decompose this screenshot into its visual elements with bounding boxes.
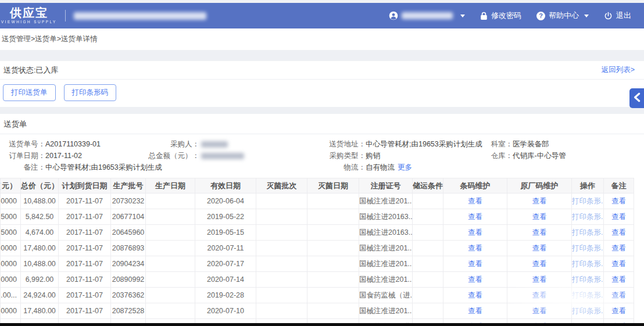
cell-sterilization-batch	[256, 256, 307, 272]
cell-production-date	[146, 303, 195, 319]
barcode-maintenance-link[interactable]: 查看	[468, 213, 482, 221]
operation-link[interactable]: 打印条形...	[572, 213, 604, 221]
barcode-maintenance-link[interactable]: 查看	[468, 260, 482, 268]
operation-link[interactable]: 打印条形...	[572, 244, 604, 252]
total-amount-value-redacted	[201, 153, 244, 159]
cell-factory-code-maintenance: 查看	[507, 225, 572, 241]
remark-link[interactable]: 查看	[611, 213, 626, 221]
col-header-operation: 操作	[572, 178, 604, 194]
cell-planned-arrival-date: 2017-11-07	[59, 256, 111, 272]
col-header-planned-arrival-date: 计划到货日期	[59, 178, 111, 194]
user-menu[interactable]	[389, 11, 465, 20]
factory-code-maintenance-link[interactable]: 查看	[532, 228, 547, 237]
field-remark: 备注：中心导管耗材;由19653采购计划生成	[3, 162, 324, 173]
collapse-side-tab[interactable]	[629, 88, 644, 108]
remark-link[interactable]: 查看	[611, 197, 626, 205]
col-header-production-date: 生产日期	[146, 178, 195, 194]
cell-remark: 查看	[604, 225, 634, 241]
change-password-button[interactable]: 修改密码	[480, 10, 521, 21]
cell-storage-condition	[413, 241, 443, 256]
col-header-storage-condition: 储运条件	[413, 178, 443, 194]
status-panel: 送货状态:已入库 返回列表> 打印送货单 打印条形码	[0, 61, 644, 107]
cell-operation: 打印条形...	[572, 194, 604, 209]
cell-production-batch-no: 20904234	[111, 256, 146, 272]
remark-link[interactable]: 查看	[611, 244, 626, 252]
cell-production-batch-no: 20677104	[111, 209, 146, 225]
cell-registration-cert-no: 国械注进20163...	[359, 209, 413, 225]
cell-planned-arrival-date: 2017-11-07	[59, 194, 111, 209]
cell-sterilization-date	[307, 225, 359, 241]
delivery-status-text: 送货状态:已入库	[3, 65, 59, 76]
cell-storage-condition	[413, 272, 443, 288]
col-header-unit-price-partial: （元）	[1, 178, 21, 194]
user-icon	[389, 11, 398, 20]
logistics-more-link[interactable]: 更多	[398, 163, 412, 171]
power-icon	[604, 12, 613, 20]
section-title: 送货单	[0, 118, 644, 134]
cell-barcode-maintenance: 查看	[443, 194, 507, 209]
operation-link[interactable]: 打印条形...	[572, 307, 604, 315]
factory-code-maintenance-link[interactable]: 查看	[532, 197, 547, 205]
delivery-detail-grid: 送货单号：A2017110339-01 采购人： 送货地址：中心导管耗材;由19…	[0, 134, 644, 175]
remark-link[interactable]: 查看	[611, 260, 626, 268]
factory-code-maintenance-link[interactable]: 查看	[532, 260, 547, 268]
cell-production-batch-no: 20876893	[111, 241, 146, 256]
cell-total-price: 4,674.00	[21, 225, 59, 241]
cell-registration-cert-no: 国械注准进201...	[359, 272, 413, 288]
factory-code-maintenance-link[interactable]: 查看	[532, 213, 547, 221]
cell-unit-price-partial: 6.0000	[1, 194, 21, 209]
barcode-maintenance-link[interactable]: 查看	[468, 244, 482, 252]
barcode-maintenance-link[interactable]: 查看	[468, 307, 482, 315]
remark-link[interactable]: 查看	[611, 291, 626, 299]
cell-planned-arrival-date: 2017-11-07	[59, 225, 111, 241]
operation-link[interactable]: 打印条形...	[572, 275, 604, 284]
factory-code-maintenance-link[interactable]: 查看	[532, 244, 547, 252]
cell-unit-price-partial: 6.0000	[1, 272, 21, 288]
field-delivery-address: 送货地址：中心导管耗材;由19653采购计划生成	[324, 138, 485, 150]
table-row: 8.50004,674.002017-11-07206459602019-05-…	[1, 225, 634, 241]
breadcrumb[interactable]: 送货管理>送货单>送货单详情	[0, 28, 644, 50]
cell-factory-code-maintenance: 查看	[507, 256, 572, 272]
cell-factory-code-maintenance: 查看	[507, 288, 572, 303]
cell-sterilization-date	[307, 272, 359, 288]
remark-link[interactable]: 查看	[611, 228, 626, 237]
back-to-list-link[interactable]: 返回列表>	[602, 65, 635, 75]
barcode-maintenance-link[interactable]: 查看	[468, 291, 482, 299]
cell-expiry-date: 2019-02-28	[195, 288, 256, 303]
cell-total-price: 6,992.00	[21, 272, 59, 288]
print-barcode-button[interactable]: 打印条形码	[64, 84, 117, 101]
cell-storage-condition	[413, 256, 443, 272]
table-row: 2.00...24,924.002017-11-07203763622019-0…	[1, 288, 634, 303]
factory-code-maintenance-link[interactable]: 查看	[532, 291, 547, 299]
cell-production-batch-no: 20872528	[111, 303, 146, 319]
help-center-menu[interactable]: ? 帮助中心	[536, 10, 589, 21]
field-total-amount: 总金额（元）：	[134, 150, 324, 162]
chevron-left-icon	[633, 92, 641, 105]
cell-barcode-maintenance: 查看	[443, 209, 507, 225]
operation-link[interactable]: 打印条形...	[572, 291, 604, 299]
cell-remark: 查看	[604, 272, 634, 288]
cell-production-date	[146, 194, 195, 209]
operation-link[interactable]: 打印条形...	[572, 260, 604, 268]
cell-sterilization-batch	[256, 194, 307, 209]
cell-sterilization-batch	[256, 209, 307, 225]
cell-production-date	[146, 288, 195, 303]
table-row: 6.000010,488.002017-11-07207302322020-06…	[1, 194, 634, 209]
logout-button[interactable]: 退出	[604, 10, 631, 21]
barcode-maintenance-link[interactable]: 查看	[468, 228, 482, 237]
cell-barcode-maintenance: 查看	[443, 288, 507, 303]
cell-barcode-maintenance: 查看	[443, 225, 507, 241]
print-delivery-note-button[interactable]: 打印送货单	[3, 84, 56, 101]
brand-divider	[65, 10, 66, 22]
barcode-maintenance-link[interactable]: 查看	[468, 275, 482, 284]
remark-link[interactable]: 查看	[611, 307, 626, 315]
operation-link[interactable]: 打印条形...	[572, 228, 604, 237]
cell-planned-arrival-date: 2017-11-07	[59, 209, 111, 225]
barcode-maintenance-link[interactable]: 查看	[468, 197, 482, 205]
remark-link[interactable]: 查看	[611, 275, 626, 284]
factory-code-maintenance-link[interactable]: 查看	[532, 307, 547, 315]
cell-production-batch-no: 20730232	[111, 194, 146, 209]
cell-remark: 查看	[604, 241, 634, 256]
operation-link[interactable]: 打印条形...	[572, 197, 604, 205]
factory-code-maintenance-link[interactable]: 查看	[532, 275, 547, 284]
